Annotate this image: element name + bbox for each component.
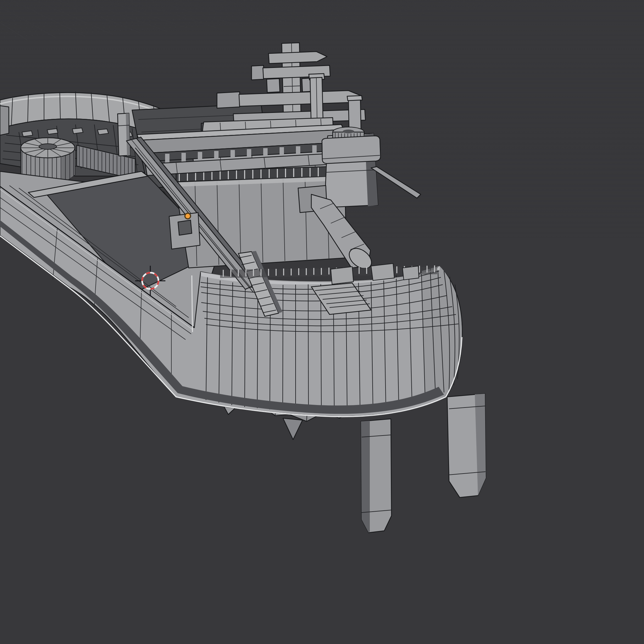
mast-arm-1: [269, 52, 327, 64]
scene-layer: [0, 0, 644, 644]
funnel-collar: [322, 136, 380, 164]
crane-pedestal: [169, 213, 200, 249]
mast-arm-3: [239, 91, 362, 106]
forward-mast-post: [118, 113, 130, 156]
bow-side-cylinder: [0, 106, 9, 135]
object-origin-dot[interactable]: [185, 213, 191, 219]
3d-viewport[interactable]: [0, 0, 644, 644]
transom-face: [421, 266, 462, 399]
ship-model[interactable]: [0, 43, 486, 533]
page: { "viewport": { "background": "#38383b",…: [0, 0, 644, 644]
stern-davit: [371, 167, 421, 198]
deck-step-edge: [192, 275, 192, 332]
